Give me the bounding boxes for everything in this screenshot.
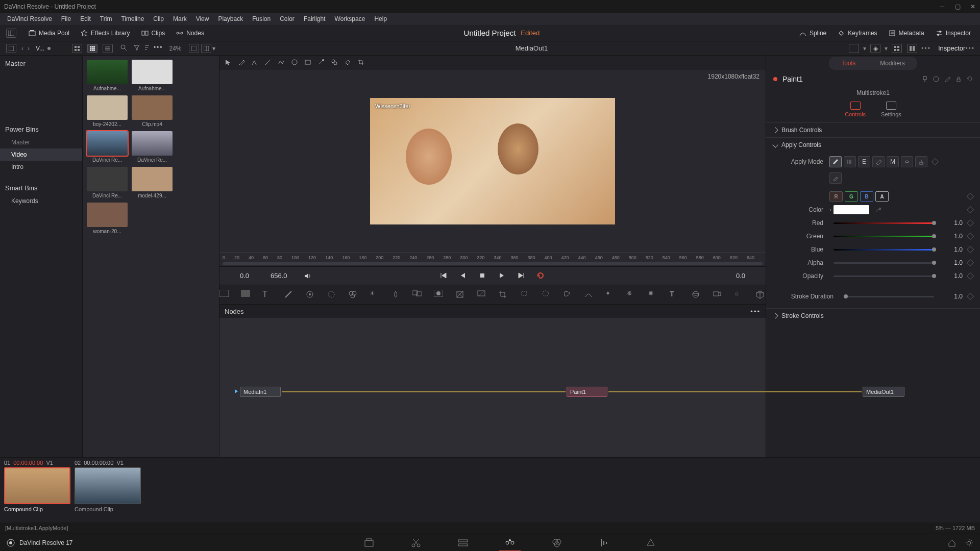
fx-resize-icon[interactable] bbox=[477, 290, 487, 300]
fx-text3d-icon[interactable]: T bbox=[670, 290, 680, 300]
view-mode-3-icon[interactable] bbox=[103, 44, 113, 53]
node-versions-icon[interactable] bbox=[933, 76, 939, 82]
page-edit-icon[interactable] bbox=[457, 537, 469, 548]
thumb-3[interactable]: Clip.mp4 bbox=[132, 95, 173, 127]
fx-drop-icon[interactable] bbox=[391, 290, 401, 300]
eyedropper-icon[interactable] bbox=[874, 206, 881, 213]
blue-slider[interactable] bbox=[834, 249, 934, 251]
node-paint[interactable]: Paint1 bbox=[567, 387, 607, 397]
thumb-8[interactable]: woman-20... bbox=[87, 203, 128, 234]
fx-paint-icon[interactable] bbox=[284, 290, 294, 300]
nav-fwd-icon[interactable]: › bbox=[28, 45, 30, 52]
apply-controls-header[interactable]: Apply Controls bbox=[766, 138, 980, 152]
menu-color[interactable]: Color bbox=[276, 14, 299, 23]
thumb-6[interactable]: DaVinci Re... bbox=[87, 167, 128, 198]
viewer[interactable]: 1920x1080xfloat32 Wissensh3lfer bbox=[219, 70, 766, 252]
opacity-keyframe[interactable] bbox=[967, 272, 974, 280]
menu-fusion[interactable]: Fusion bbox=[248, 14, 275, 23]
alpha-value[interactable]: 1.0 bbox=[940, 259, 963, 266]
color-expand-icon[interactable]: › bbox=[829, 206, 831, 213]
media-pool-button[interactable]: Media Pool bbox=[24, 28, 74, 39]
power-bins-header[interactable]: Power Bins bbox=[0, 122, 82, 136]
minimize-icon[interactable]: ─ bbox=[939, 4, 945, 10]
bin-view-icon[interactable] bbox=[6, 44, 16, 53]
play-reverse-icon[interactable] bbox=[459, 271, 468, 281]
fx-bc-icon[interactable]: ☀ bbox=[370, 290, 380, 300]
fx-mask-ellipse-icon[interactable] bbox=[541, 290, 551, 300]
opacity-slider[interactable] bbox=[834, 276, 934, 277]
viewer-more-icon[interactable]: ••• bbox=[921, 45, 931, 52]
bin-master[interactable]: Master bbox=[0, 56, 82, 71]
channels-keyframe[interactable] bbox=[967, 193, 974, 200]
node-pin-icon[interactable] bbox=[922, 76, 928, 82]
menu-trim[interactable]: Trim bbox=[96, 14, 116, 23]
stroke-controls-header[interactable]: Stroke Controls bbox=[766, 309, 980, 323]
node-reset-icon[interactable] bbox=[967, 76, 973, 82]
menu-timeline[interactable]: Timeline bbox=[117, 14, 148, 23]
mode-smear-icon[interactable] bbox=[901, 156, 913, 167]
fx-particles-icon[interactable]: ✦ bbox=[605, 290, 616, 300]
stop-icon[interactable] bbox=[478, 271, 487, 281]
apply-mode-keyframe[interactable] bbox=[932, 158, 939, 165]
layout-icon[interactable] bbox=[6, 29, 16, 38]
vt-rect-icon[interactable] bbox=[304, 59, 312, 67]
alpha-slider[interactable] bbox=[834, 262, 934, 264]
fx-fastnoise-icon[interactable] bbox=[241, 290, 251, 300]
stroke-duration-keyframe[interactable] bbox=[967, 293, 974, 300]
sort-icon[interactable] bbox=[143, 44, 151, 53]
fx-light-icon[interactable]: ☼ bbox=[734, 290, 744, 300]
page-cut-icon[interactable] bbox=[410, 537, 422, 548]
blue-value[interactable]: 1.0 bbox=[940, 246, 963, 253]
effects-library-button[interactable]: Effects Library bbox=[77, 28, 134, 39]
time-ruler[interactable]: 0204060801001201401601802002202402602803… bbox=[219, 252, 766, 262]
channel-g-button[interactable]: G bbox=[845, 191, 858, 202]
green-keyframe[interactable] bbox=[967, 233, 974, 240]
mode-merge-icon[interactable]: M bbox=[887, 156, 899, 167]
brush-controls-header[interactable]: Brush Controls bbox=[766, 123, 980, 137]
menu-fairlight[interactable]: Fairlight bbox=[300, 14, 330, 23]
menu-view[interactable]: View bbox=[192, 14, 213, 23]
viewer-opt-1-icon[interactable] bbox=[849, 44, 859, 53]
close-icon[interactable]: ✕ bbox=[970, 4, 976, 10]
fx-tracker-icon[interactable] bbox=[305, 290, 315, 300]
fx-bg-icon[interactable] bbox=[219, 290, 230, 300]
maximize-icon[interactable]: ▢ bbox=[954, 4, 961, 10]
vt-stroke-icon[interactable] bbox=[251, 59, 259, 67]
vt-wand-icon[interactable] bbox=[317, 59, 326, 67]
fx-render3d-icon[interactable] bbox=[755, 290, 766, 300]
node-lock-icon[interactable] bbox=[955, 76, 962, 82]
loop-icon[interactable] bbox=[536, 271, 546, 281]
menu-app[interactable]: DaVinci Resolve bbox=[3, 14, 56, 23]
menu-workspace[interactable]: Workspace bbox=[331, 14, 370, 23]
gear-icon[interactable] bbox=[965, 538, 974, 547]
thumb-0[interactable]: Aufnahme... bbox=[87, 60, 128, 91]
pb-video[interactable]: Video bbox=[0, 148, 82, 161]
channel-b-button[interactable]: B bbox=[860, 191, 873, 202]
vt-fill-icon[interactable] bbox=[344, 59, 352, 67]
mode-stamp-icon[interactable] bbox=[915, 156, 927, 167]
clip-0[interactable]: 0100:00:00:00V1 bbox=[4, 460, 70, 504]
nav-back-icon[interactable]: ‹ bbox=[21, 45, 23, 52]
blue-keyframe[interactable] bbox=[967, 246, 974, 253]
green-value[interactable]: 1.0 bbox=[940, 233, 963, 240]
fx-mask-bspline-icon[interactable] bbox=[584, 290, 594, 300]
pb-intro[interactable]: Intro bbox=[0, 161, 82, 173]
zoom-level[interactable]: 24% bbox=[169, 45, 182, 52]
menu-clip[interactable]: Clip bbox=[149, 14, 168, 23]
opacity-value[interactable]: 1.0 bbox=[940, 272, 963, 280]
spline-button[interactable]: Spline bbox=[795, 28, 830, 39]
page-fusion-icon[interactable] bbox=[504, 537, 516, 548]
vt-circle-icon[interactable] bbox=[291, 59, 299, 67]
viewer-dd-2-icon[interactable]: ▾ bbox=[885, 45, 888, 52]
alpha-keyframe[interactable] bbox=[967, 259, 974, 266]
node-mediaout[interactable]: MediaOut1 bbox=[863, 387, 904, 397]
fx-text-icon[interactable]: T bbox=[262, 290, 273, 300]
mode-color-icon[interactable] bbox=[829, 156, 842, 167]
volume-icon[interactable] bbox=[304, 272, 312, 280]
fx-crop-icon[interactable] bbox=[498, 290, 508, 300]
fx-camera-icon[interactable] bbox=[713, 290, 723, 300]
clips-button[interactable]: Clips bbox=[137, 28, 169, 39]
thumb-1[interactable]: Aufnahme... bbox=[132, 60, 173, 91]
page-fairlight-icon[interactable] bbox=[598, 537, 609, 548]
scrollbar[interactable] bbox=[223, 262, 763, 265]
